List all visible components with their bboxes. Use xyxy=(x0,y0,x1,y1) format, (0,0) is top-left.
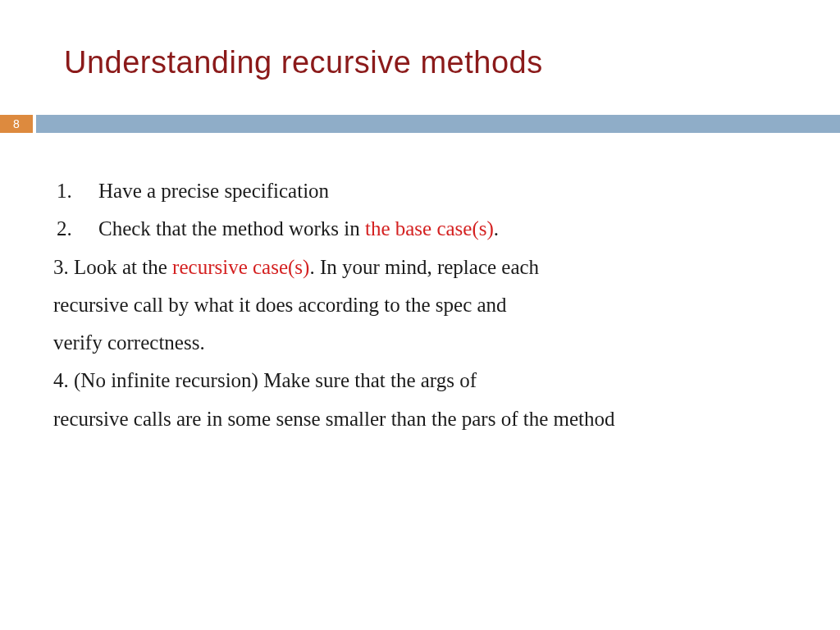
text-segment: . In your mind, replace each xyxy=(309,256,539,278)
list-item-4: 4. (No infinite recursion) Make sure tha… xyxy=(53,362,795,399)
item-text: Check that the method works in the base … xyxy=(98,210,795,248)
content-area: 1. Have a precise specification 2. Check… xyxy=(0,133,840,438)
item-number: 2. xyxy=(53,210,98,248)
text-segment: 3. Look at the xyxy=(53,256,172,278)
header-bar: 8 xyxy=(0,115,840,133)
slide-title: Understanding recursive methods xyxy=(0,0,840,80)
item-text: Have a precise specification xyxy=(98,172,795,210)
list-item-3-cont: recursive call by what it does according… xyxy=(53,286,795,324)
accent-bar xyxy=(36,115,840,133)
item-number: 1. xyxy=(53,172,98,210)
page-number-badge: 8 xyxy=(0,115,33,133)
highlight-base-case: the base case(s) xyxy=(365,217,494,240)
text-segment: Check that the method works in xyxy=(98,217,365,240)
text-segment: . xyxy=(494,217,499,240)
item-text: 3. Look at the recursive case(s). In you… xyxy=(53,256,539,278)
list-item-3-cont: verify correctness. xyxy=(53,324,795,362)
list-item-2: 2. Check that the method works in the ba… xyxy=(53,210,795,248)
list-item-4-cont: recursive calls are in some sense smalle… xyxy=(53,400,795,438)
highlight-recursive-case: recursive case(s) xyxy=(172,256,309,278)
list-item-1: 1. Have a precise specification xyxy=(53,172,795,210)
list-item-3: 3. Look at the recursive case(s). In you… xyxy=(53,249,795,286)
